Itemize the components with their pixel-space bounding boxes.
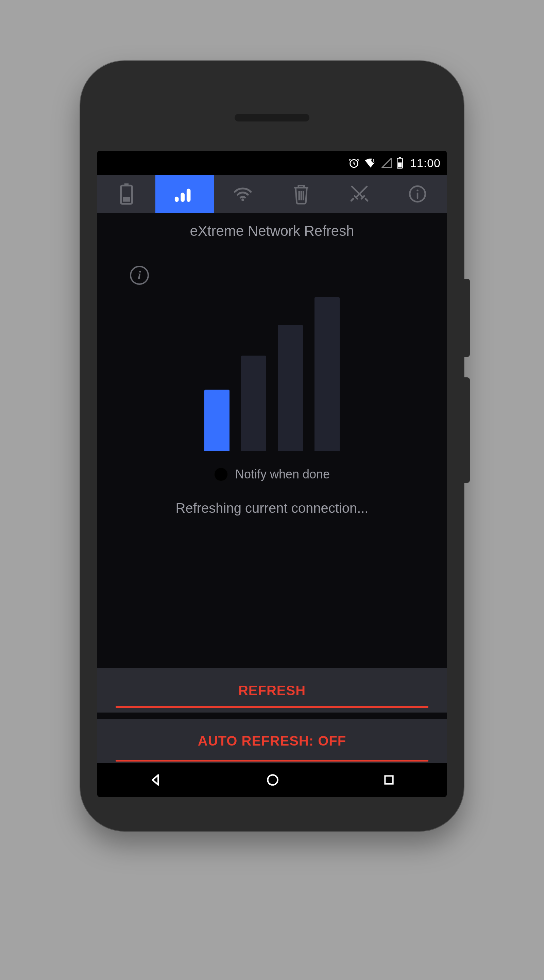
svg-point-14 — [417, 189, 419, 191]
status-bar: ! 11:00 — [97, 151, 447, 175]
svg-text:!: ! — [373, 158, 374, 163]
svg-rect-8 — [123, 197, 130, 202]
svg-point-12 — [241, 198, 244, 201]
signal-bar — [205, 390, 230, 451]
svg-rect-11 — [187, 189, 191, 202]
signal-bar — [241, 356, 266, 451]
svg-rect-4 — [399, 157, 401, 159]
button-underline — [116, 706, 428, 708]
signal-visualization — [184, 294, 360, 451]
tab-bar — [97, 175, 447, 213]
auto-refresh-button-label: AUTO REFRESH: OFF — [198, 733, 346, 749]
phone-side-button-bottom — [464, 377, 470, 483]
tab-swords[interactable] — [330, 175, 388, 213]
svg-rect-9 — [175, 197, 179, 202]
phone-earpiece — [235, 114, 309, 121]
nav-back-icon[interactable] — [148, 772, 163, 788]
svg-rect-10 — [181, 192, 185, 202]
tab-signal[interactable] — [155, 175, 214, 213]
refresh-button-label: REFRESH — [238, 683, 306, 698]
svg-rect-7 — [124, 183, 128, 185]
auto-refresh-button[interactable]: AUTO REFRESH: OFF — [97, 719, 447, 763]
battery-status-icon — [397, 157, 403, 169]
wifi-status-icon: ! — [365, 158, 377, 168]
alarm-icon — [348, 157, 360, 169]
screen: ! 11:00 — [97, 151, 447, 797]
nav-recent-icon[interactable] — [382, 773, 396, 787]
notify-label: Notify when done — [235, 467, 330, 482]
cell-status-icon — [381, 158, 392, 168]
page-body: eXtreme Network Refresh i Notify when do… — [97, 213, 447, 797]
phone-frame: ! 11:00 — [80, 61, 464, 831]
tab-info[interactable] — [389, 175, 447, 213]
svg-rect-5 — [398, 162, 401, 167]
status-text: Refreshing current connection... — [109, 501, 435, 516]
nav-home-icon[interactable] — [265, 772, 280, 788]
svg-point-15 — [268, 775, 278, 785]
tab-trash[interactable] — [272, 175, 330, 213]
notify-row: Notify when done — [109, 467, 435, 482]
refresh-button[interactable]: REFRESH — [97, 668, 447, 713]
info-icon[interactable]: i — [130, 266, 149, 285]
android-nav-bar — [97, 763, 447, 797]
status-time: 11:00 — [410, 156, 441, 170]
svg-rect-16 — [385, 776, 393, 784]
signal-bar — [314, 297, 339, 451]
tab-wifi[interactable] — [214, 175, 272, 213]
button-underline — [116, 760, 428, 762]
notify-checkbox[interactable] — [214, 468, 228, 481]
tab-battery[interactable] — [97, 175, 155, 213]
page-title: eXtreme Network Refresh — [109, 223, 435, 239]
phone-side-button-top — [464, 279, 470, 357]
info-row: i — [109, 266, 435, 285]
signal-bar — [278, 325, 303, 451]
